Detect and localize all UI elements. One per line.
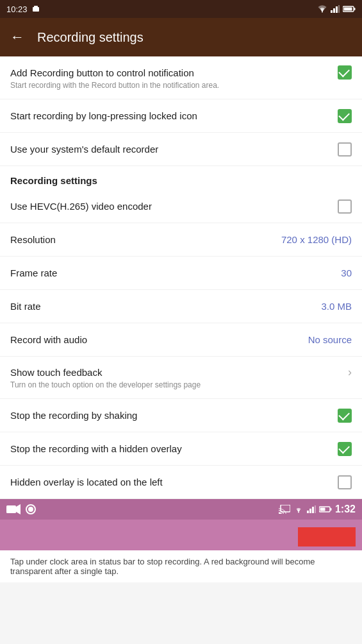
svg-rect-21 bbox=[330, 508, 331, 511]
svg-point-2 bbox=[322, 12, 323, 13]
svg-rect-10 bbox=[6, 505, 16, 513]
status-bar-left: 10:23 bbox=[6, 4, 40, 14]
setting-label-shaking: Stop the recording by shaking bbox=[10, 410, 137, 421]
svg-rect-0 bbox=[33, 7, 39, 12]
wifi-icon bbox=[317, 5, 327, 13]
setting-resolution[interactable]: Resolution 720 x 1280 (HD) bbox=[0, 223, 362, 257]
setting-sub-touch: Turn on the touch option on the develope… bbox=[10, 380, 201, 389]
setting-sub-add-recording: Start recording with the Record button i… bbox=[10, 81, 219, 90]
battery-icon bbox=[343, 5, 356, 13]
svg-rect-1 bbox=[34, 6, 38, 8]
setting-label-long-press: Start recording by long-pressing locked … bbox=[10, 110, 197, 121]
svg-rect-17 bbox=[309, 509, 311, 513]
preview-wifi-icon bbox=[293, 505, 304, 513]
status-bar-right bbox=[317, 5, 356, 13]
setting-label-resolution: Resolution bbox=[10, 234, 56, 245]
svg-rect-18 bbox=[312, 507, 314, 513]
video-camera-icon bbox=[6, 504, 21, 514]
preview-signal-icon bbox=[307, 505, 316, 513]
content: Add Recording button to control notifica… bbox=[0, 56, 362, 582]
recording-settings-header: Recording settings bbox=[0, 166, 362, 190]
setting-value-frame-rate: 30 bbox=[341, 267, 352, 278]
cast-icon bbox=[279, 505, 290, 514]
setting-default-recorder[interactable]: Use your system's default recorder bbox=[0, 133, 362, 166]
svg-point-13 bbox=[28, 507, 33, 512]
setting-value-bit-rate: 3.0 MB bbox=[321, 301, 352, 312]
checkbox-shaking[interactable] bbox=[338, 409, 352, 423]
setting-value-audio: No source bbox=[308, 334, 352, 345]
back-button[interactable]: ← bbox=[10, 29, 24, 46]
preview-battery-icon bbox=[319, 505, 332, 513]
setting-hevc[interactable]: Use HEVC(H.265) video encoder bbox=[0, 190, 362, 223]
signal-icon bbox=[331, 5, 340, 13]
setting-audio[interactable]: Record with audio No source bbox=[0, 323, 362, 357]
setting-stop-overlay[interactable]: Stop the recording with a hidden overlay bbox=[0, 432, 362, 466]
svg-rect-6 bbox=[338, 5, 340, 13]
setting-add-recording-button[interactable]: Add Recording button to control notifica… bbox=[0, 56, 362, 99]
svg-marker-11 bbox=[16, 504, 21, 514]
checkbox-default-recorder[interactable] bbox=[338, 142, 352, 157]
toolbar-title: Recording settings bbox=[37, 30, 144, 45]
setting-touch-feedback[interactable]: Show touch feedback › Turn on the touch … bbox=[0, 357, 362, 399]
checkbox-long-press[interactable] bbox=[338, 109, 352, 123]
setting-label-hevc: Use HEVC(H.265) video encoder bbox=[10, 201, 152, 212]
svg-rect-22 bbox=[320, 508, 325, 511]
setting-stop-shaking[interactable]: Stop the recording by shaking bbox=[0, 399, 362, 432]
preview-status-bar: 1:32 bbox=[0, 499, 362, 520]
setting-label-frame-rate: Frame rate bbox=[10, 267, 57, 278]
setting-label-overlay: Stop the recording with a hidden overlay bbox=[10, 443, 182, 454]
setting-label-audio: Record with audio bbox=[10, 334, 87, 345]
checkbox-add-recording[interactable] bbox=[338, 65, 352, 80]
preview-status-left bbox=[6, 504, 36, 514]
svg-rect-9 bbox=[344, 8, 352, 11]
setting-long-press[interactable]: Start recording by long-pressing locked … bbox=[0, 99, 362, 133]
android-icon bbox=[31, 4, 40, 13]
setting-label-default-recorder: Use your system's default recorder bbox=[10, 144, 158, 155]
svg-rect-8 bbox=[354, 8, 356, 10]
preview-status-right: 1:32 bbox=[279, 504, 356, 515]
checkbox-hevc[interactable] bbox=[338, 199, 352, 214]
svg-rect-19 bbox=[315, 505, 316, 513]
preview-red-box bbox=[298, 527, 356, 547]
toolbar: ← Recording settings bbox=[0, 18, 362, 56]
svg-rect-3 bbox=[331, 10, 333, 13]
chevron-icon: › bbox=[348, 366, 352, 379]
svg-rect-16 bbox=[307, 511, 309, 513]
checkbox-overlay[interactable] bbox=[338, 442, 352, 456]
setting-label-touch: Show touch feedback bbox=[10, 367, 102, 378]
record-dot-icon bbox=[26, 504, 36, 514]
setting-bit-rate[interactable]: Bit rate 3.0 MB bbox=[0, 290, 362, 323]
preview-time: 1:32 bbox=[335, 504, 356, 515]
svg-rect-5 bbox=[336, 6, 338, 13]
preview-description: Tap under clock area in status bar to st… bbox=[0, 550, 362, 582]
svg-rect-4 bbox=[333, 8, 335, 13]
setting-label-bit-rate: Bit rate bbox=[10, 301, 41, 312]
setting-label-overlay-left: Hidden overlay is located on the left bbox=[10, 477, 163, 487]
svg-point-15 bbox=[298, 512, 299, 513]
setting-overlay-left[interactable]: Hidden overlay is located on the left bbox=[0, 466, 362, 499]
status-bar: 10:23 bbox=[0, 0, 362, 18]
setting-frame-rate[interactable]: Frame rate 30 bbox=[0, 257, 362, 290]
checkbox-overlay-left[interactable] bbox=[338, 475, 352, 489]
status-time: 10:23 bbox=[6, 4, 28, 14]
preview-area: 1:32 bbox=[0, 499, 362, 550]
setting-value-resolution: 720 x 1280 (HD) bbox=[281, 234, 352, 245]
setting-label-add-recording: Add Recording button to control notifica… bbox=[10, 67, 194, 78]
svg-rect-14 bbox=[281, 505, 290, 512]
